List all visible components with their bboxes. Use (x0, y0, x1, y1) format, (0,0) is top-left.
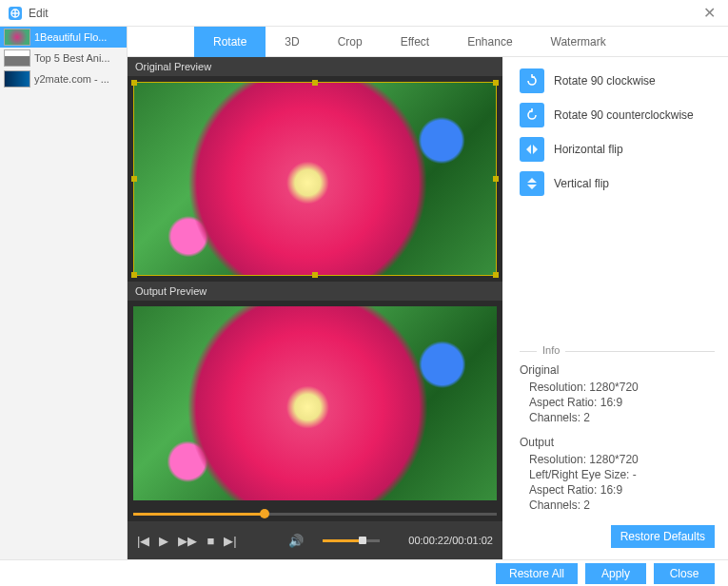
window-title: Edit (29, 7, 49, 20)
preview-column: Original Preview Output Preview (128, 57, 502, 559)
restore-all-button[interactable]: Restore All (496, 563, 578, 584)
vertical-flip-icon (520, 171, 544, 196)
footer: Restore All Apply Close (0, 559, 728, 586)
crop-handle[interactable] (493, 176, 499, 182)
original-info: Original Resolution: 1280*720 Aspect Rat… (520, 363, 715, 426)
crop-handle[interactable] (131, 80, 137, 86)
vertical-flip-button[interactable]: Vertical flip (520, 171, 715, 196)
sidebar-item-label: 1Beautiful Flo... (34, 31, 123, 43)
tab-crop[interactable]: Crop (319, 27, 382, 57)
file-sidebar: 1Beautiful Flo... Top 5 Best Ani... y2ma… (0, 27, 128, 559)
original-preview-label: Original Preview (128, 57, 502, 76)
rotate-ccw-button[interactable]: Rotate 90 counterclockwise (520, 103, 715, 127)
video-frame-image (133, 306, 497, 500)
volume-slider[interactable] (323, 539, 380, 542)
tab-rotate[interactable]: Rotate (194, 27, 266, 57)
output-preview-label: Output Preview (128, 282, 502, 301)
video-frame-image (134, 83, 496, 275)
sidebar-item-label: y2mate.com - ... (34, 73, 123, 85)
options-panel: Rotate 90 clockwise Rotate 90 counterclo… (502, 57, 728, 559)
crop-handle[interactable] (493, 272, 499, 278)
info-line: Channels: 2 (529, 411, 715, 424)
info-title: Output (520, 436, 715, 449)
info-separator: Info (520, 351, 715, 354)
rotate-cw-icon (520, 68, 544, 93)
crop-handle[interactable] (493, 80, 499, 86)
info-line: Resolution: 1280*720 (529, 453, 715, 466)
horizontal-flip-icon (520, 137, 544, 162)
restore-defaults-button[interactable]: Restore Defaults (611, 525, 715, 548)
thumbnail-icon (4, 70, 30, 88)
rotate-label: Horizontal flip (554, 143, 623, 156)
app-logo-icon (8, 6, 23, 21)
tab-effect[interactable]: Effect (382, 27, 448, 57)
thumbnail-icon (4, 49, 30, 67)
info-title: Original (520, 363, 715, 377)
rotate-label: Vertical flip (554, 177, 609, 190)
info-header: Info (537, 344, 565, 356)
rotate-cw-button[interactable]: Rotate 90 clockwise (520, 68, 715, 93)
time-display: 00:00:22/00:01:02 (408, 535, 493, 546)
info-line: Aspect Ratio: 16:9 (529, 483, 715, 497)
sidebar-item-2[interactable]: y2mate.com - ... (0, 68, 127, 89)
sidebar-item-0[interactable]: 1Beautiful Flo... (0, 27, 127, 48)
apply-button[interactable]: Apply (585, 563, 646, 584)
tab-watermark[interactable]: Watermark (532, 27, 625, 57)
crop-handle[interactable] (131, 176, 137, 182)
close-button[interactable]: Close (654, 563, 715, 584)
fast-forward-button[interactable]: ▶▶ (178, 534, 197, 548)
info-line: Channels: 2 (529, 498, 715, 512)
tab-bar: Rotate 3D Crop Effect Enhance Watermark (128, 27, 728, 57)
original-preview[interactable] (128, 76, 502, 282)
titlebar: Edit ✕ (0, 0, 728, 27)
rotate-ccw-icon (520, 103, 544, 127)
horizontal-flip-button[interactable]: Horizontal flip (520, 137, 715, 162)
next-button[interactable]: ▶| (224, 534, 236, 548)
crop-handle[interactable] (312, 80, 318, 86)
rotate-label: Rotate 90 clockwise (554, 74, 656, 88)
volume-icon[interactable]: 🔊 (288, 534, 304, 548)
sidebar-item-1[interactable]: Top 5 Best Ani... (0, 48, 127, 68)
crop-handle[interactable] (312, 272, 318, 278)
sidebar-item-label: Top 5 Best Ani... (34, 52, 123, 64)
crop-handle[interactable] (131, 272, 137, 278)
output-info: Output Resolution: 1280*720 Left/Right E… (520, 436, 715, 514)
close-icon[interactable]: ✕ (698, 4, 720, 22)
tab-3d[interactable]: 3D (266, 27, 318, 57)
player-controls: |◀ ▶ ▶▶ ■ ▶| 🔊 00:00:22/00:01:02 (128, 521, 502, 559)
timeline[interactable] (128, 506, 502, 521)
play-button[interactable]: ▶ (159, 534, 168, 548)
tab-enhance[interactable]: Enhance (448, 27, 531, 57)
info-line: Aspect Ratio: 16:9 (529, 396, 715, 409)
output-preview (128, 301, 502, 506)
prev-button[interactable]: |◀ (137, 534, 149, 548)
info-line: Resolution: 1280*720 (529, 381, 715, 394)
rotate-label: Rotate 90 counterclockwise (554, 108, 694, 122)
stop-button[interactable]: ■ (207, 534, 214, 548)
timeline-knob[interactable] (260, 509, 269, 518)
thumbnail-icon (4, 29, 30, 46)
info-line: Left/Right Eye Size: - (529, 468, 715, 481)
